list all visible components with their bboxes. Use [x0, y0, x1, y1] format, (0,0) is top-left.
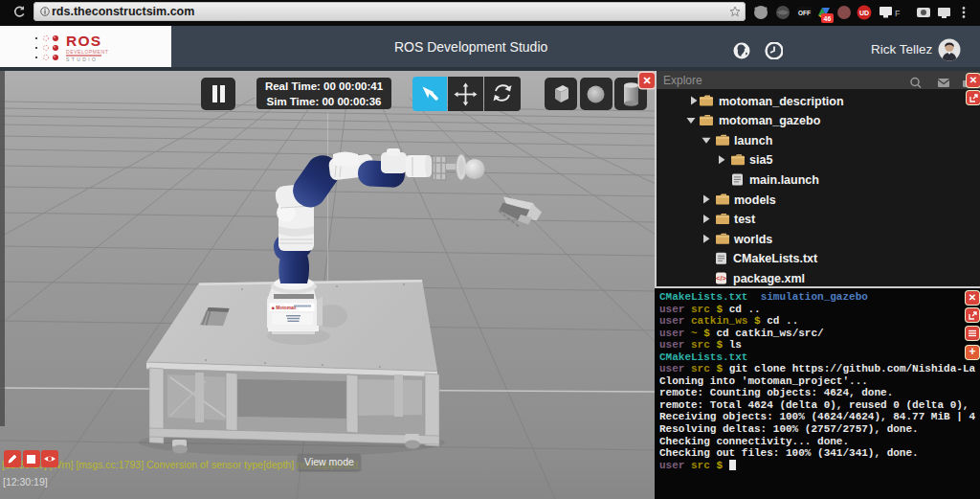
svg-text:STUDIO: STUDIO [66, 57, 98, 62]
svg-text:package.xml: package.xml [733, 272, 805, 285]
svg-text:models: models [734, 193, 776, 207]
svg-text:46: 46 [824, 15, 832, 22]
svg-text:DEVELOPMENT: DEVELOPMENT [66, 49, 108, 55]
svg-text:</>: </> [716, 274, 726, 283]
svg-text:launch: launch [734, 134, 772, 147]
svg-text:motoman_description: motoman_description [719, 95, 844, 108]
svg-text:CMakeLists.txt: CMakeLists.txt [733, 252, 818, 265]
svg-text:ROS: ROS [66, 33, 101, 49]
svg-text:worlds: worlds [733, 233, 772, 246]
svg-text:motoman_gazebo: motoman_gazebo [719, 114, 821, 127]
svg-text:test: test [734, 213, 756, 226]
svg-text:F: F [895, 9, 901, 18]
svg-text:sia5: sia5 [749, 153, 772, 167]
svg-text:OFF: OFF [798, 10, 811, 16]
svg-text:■ Motoman: ■ Motoman [272, 306, 297, 310]
svg-text:main.launch: main.launch [749, 173, 819, 187]
svg-text:UD: UD [859, 10, 869, 16]
